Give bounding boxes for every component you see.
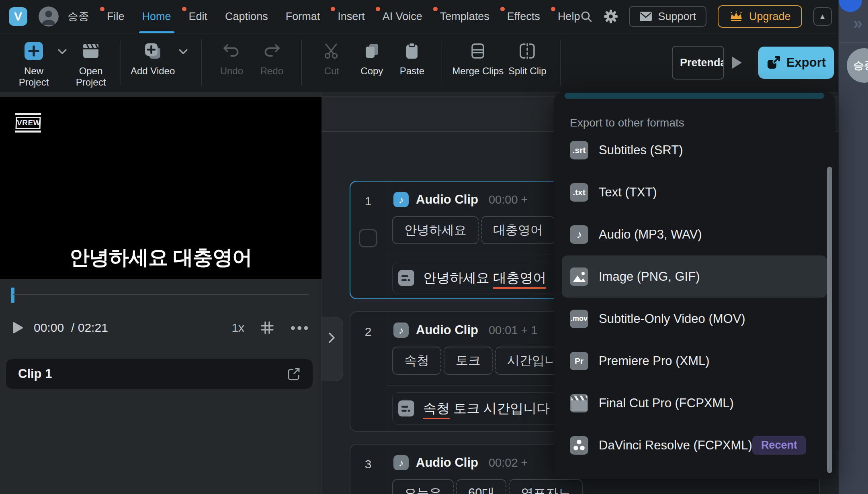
premiere-pro-icon: Pr (570, 352, 588, 370)
caption-misspelled-segment: 대충영어 (493, 270, 546, 289)
copy-label: Copy (360, 65, 383, 77)
word-chip[interactable]: 안녕하세요 (392, 216, 479, 244)
vrew-logo-icon[interactable]: V (9, 7, 27, 26)
copy-button[interactable]: Copy (352, 33, 392, 92)
export-item-image[interactable]: Image (PNG, GIF) (562, 255, 827, 298)
notification-dot (551, 7, 555, 11)
new-project-chevron[interactable] (54, 22, 71, 81)
menu-item-captions[interactable]: Captions (225, 0, 268, 33)
undo-label: Undo (220, 65, 243, 77)
export-item-label: Premiere Pro (XML) (599, 354, 710, 368)
rail-user-avatar[interactable]: 승종 (847, 48, 868, 83)
open-project-button[interactable]: Open Project (71, 33, 111, 92)
export-item-mov[interactable]: .mov Subtitle-Only Video (MOV) (562, 298, 827, 340)
notification-dot (100, 7, 104, 11)
paste-button[interactable]: Paste (392, 33, 432, 92)
export-item-label: Subtitles (SRT) (599, 143, 683, 157)
clip-bar-label: Clip 1 (18, 367, 52, 381)
menu-item-ai-voice[interactable]: AI Voice (383, 0, 422, 33)
undo-button[interactable]: Undo (211, 33, 252, 92)
copy-icon (363, 41, 380, 61)
paste-label: Paste (400, 65, 424, 77)
caption-segment: 토크 시간입니다 (450, 401, 550, 416)
clip-number-column: 3 (350, 445, 386, 494)
word-chip[interactable]: 60대 (456, 479, 506, 494)
video-subtitle-text[interactable]: 안녕하세요 대충영어 (0, 244, 321, 271)
word-chip[interactable]: 오늘은 (392, 479, 454, 494)
davinci-resolve-icon (570, 436, 588, 455)
watermark-text: VREW (15, 117, 41, 129)
export-item-finalcut[interactable]: Final Cut Pro (FCPXML) (562, 382, 827, 424)
caption-text[interactable]: 속청 토크 시간입니다 (423, 400, 550, 418)
menu-item-templates[interactable]: Templates (440, 0, 489, 33)
collapse-rail-icon[interactable]: » (853, 14, 862, 33)
clip-bar[interactable]: Clip 1 (6, 359, 313, 389)
collapse-toolbar-button[interactable]: ▲ (813, 7, 832, 26)
menu-item-format[interactable]: Format (286, 0, 320, 33)
word-chip-row: 오늘은 60대 영포자노 (392, 479, 819, 494)
toolbar-divider (560, 40, 561, 86)
caption-misspelled-segment: 속청 (423, 401, 450, 419)
paste-clipboard-icon (403, 41, 420, 61)
search-icon[interactable] (580, 10, 593, 23)
word-chip[interactable]: 영포자노 (509, 479, 583, 494)
comments-rail: » 승종 (838, 0, 868, 494)
clip-number-column: 1 (350, 182, 386, 298)
caption-segment: 안녕하세요 (423, 270, 493, 285)
split-clip-label: Split Clip (508, 65, 547, 77)
menu-item-home[interactable]: Home (142, 0, 171, 33)
word-chip[interactable]: 대충영어 (481, 216, 555, 244)
font-dropdown[interactable]: Pretenda (672, 46, 724, 80)
playback-speed-button[interactable]: 1x (231, 321, 244, 335)
add-video-button[interactable]: Add Video (131, 33, 175, 92)
export-item-premiere[interactable]: Pr Premiere Pro (XML) (562, 340, 827, 382)
clip-checkbox[interactable] (359, 229, 377, 247)
support-button[interactable]: Support (629, 6, 706, 27)
menu-item-file[interactable]: File (107, 0, 125, 33)
menu-item-effects[interactable]: Effects (507, 0, 540, 33)
grid-view-icon[interactable] (260, 321, 274, 335)
toolbar-divider (121, 40, 121, 86)
caption-text[interactable]: 안녕하세요 대충영어 (423, 269, 546, 287)
expand-panel-tab[interactable] (321, 317, 343, 381)
audio-clip-icon: ♪ (393, 192, 409, 207)
menu-item-insert[interactable]: Insert (338, 0, 365, 33)
menu-item-help[interactable]: Help (558, 0, 580, 33)
merge-clips-button[interactable]: Merge Clips (452, 33, 504, 92)
open-in-new-icon[interactable] (287, 367, 301, 381)
split-clip-button[interactable]: Split Clip (504, 33, 551, 92)
export-item-srt[interactable]: .srt Subtitles (SRT) (562, 129, 827, 171)
export-item-label: Image (PNG, GIF) (599, 269, 700, 284)
more-options-icon[interactable]: ●●● (290, 323, 310, 333)
play-button[interactable] (12, 322, 23, 334)
preview-play-arrow-icon[interactable] (732, 57, 742, 69)
export-item-audio[interactable]: ♪ Audio (MP3, WAV) (562, 213, 827, 255)
preview-panel: VREW 안녕하세요 대충영어 00:00/ 02:21 1x (0, 92, 321, 494)
clip-time: 00:00 + (489, 193, 528, 206)
seek-track[interactable] (13, 294, 309, 295)
cut-button[interactable]: Cut (311, 33, 352, 92)
toolbar-divider (301, 40, 302, 86)
word-chip[interactable]: 토크 (444, 347, 493, 375)
rail-divider (839, 42, 868, 43)
music-note-icon: ♪ (570, 225, 588, 244)
export-item-davinci[interactable]: DaVinci Resolve (FCPXML) Recent (562, 424, 827, 466)
word-chip[interactable]: 속청 (392, 347, 441, 375)
add-video-chevron[interactable] (175, 22, 192, 81)
toolbar: New Project Open Project Add Video (0, 33, 838, 92)
total-duration: / 02:21 (71, 321, 108, 334)
audio-clip-icon: ♪ (393, 323, 409, 338)
export-item-label: Audio (MP3, WAV) (599, 227, 702, 242)
redo-button[interactable]: Redo (252, 33, 292, 92)
upgrade-button[interactable]: Upgrade (718, 5, 802, 28)
vrew-app-window: V 승종 File Home Edit Captions Format Inse… (0, 0, 868, 494)
rail-notification-circle (839, 0, 862, 12)
export-item-txt[interactable]: .txt Text (TXT) (562, 171, 827, 213)
export-button[interactable]: Export (758, 47, 834, 79)
export-menu-scrollbar[interactable] (827, 167, 832, 473)
new-project-button[interactable]: New Project (14, 33, 54, 92)
playhead-marker[interactable] (11, 288, 14, 303)
video-preview[interactable]: VREW 안녕하세요 대충영어 (0, 97, 321, 279)
settings-gear-icon[interactable] (604, 10, 618, 23)
open-project-label: Open Project (72, 65, 110, 88)
